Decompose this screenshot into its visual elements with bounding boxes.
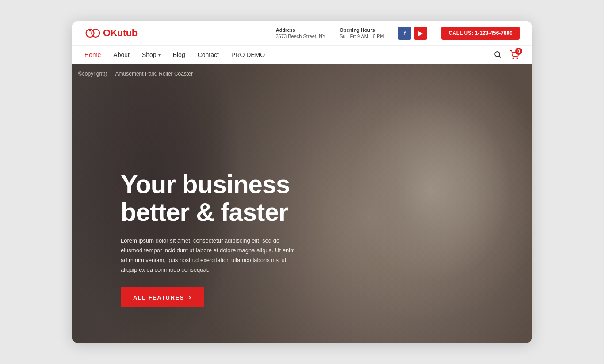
- site-header: OKutub Address 3673 Beech Street, NY Ope…: [72, 21, 532, 46]
- logo-prefix: O: [103, 27, 111, 38]
- call-button[interactable]: CALL US: 1-123-456-7890: [441, 27, 520, 40]
- nav-actions: 0: [494, 50, 520, 59]
- nav-item-blog[interactable]: Blog: [173, 51, 185, 59]
- hours-value: Su - Fr: 9 AM - 6 PM: [340, 34, 384, 39]
- search-icon: [494, 51, 502, 59]
- search-button[interactable]: [494, 51, 502, 59]
- nav-item-about[interactable]: About: [113, 51, 130, 59]
- nav-link-about[interactable]: About: [113, 51, 130, 58]
- nav-item-shop[interactable]: Shop ▾: [142, 51, 161, 58]
- hero-title-line2: better & faster: [121, 197, 288, 226]
- facebook-button[interactable]: f: [398, 27, 411, 40]
- hero-section: ©copyright() — Amusement Park, Roller Co…: [72, 64, 532, 343]
- youtube-button[interactable]: ▶: [414, 27, 427, 40]
- hero-title: Your business better & faster: [121, 171, 298, 226]
- hero-content: Your business better & faster Lorem ipsu…: [121, 171, 298, 307]
- hero-subtitle: Lorem ipsum dolor sit amet, consectetur …: [121, 236, 298, 275]
- address-label: Address: [276, 27, 326, 33]
- nav-link-blog[interactable]: Blog: [173, 51, 185, 58]
- logo-icon: [84, 27, 100, 39]
- site-nav: Home About Shop ▾ Blog Contact PRO DEMO: [72, 46, 532, 64]
- nav-link-pro-demo[interactable]: PRO DEMO: [231, 51, 265, 58]
- nav-item-pro-demo[interactable]: PRO DEMO: [231, 51, 265, 59]
- hero-caption: ©copyright() — Amusement Park, Roller Co…: [78, 71, 193, 77]
- hours-label: Opening Hours: [340, 27, 384, 33]
- cta-arrow: ›: [189, 293, 192, 301]
- logo-text: OKutub: [103, 27, 138, 39]
- social-icons: f ▶: [398, 27, 427, 40]
- svg-point-3: [92, 29, 99, 37]
- svg-line-5: [499, 56, 501, 58]
- svg-point-6: [513, 58, 514, 59]
- cta-label: ALL FEATURES: [133, 294, 184, 301]
- logo-area: OKutub: [84, 27, 138, 39]
- cart-button[interactable]: 0: [510, 50, 520, 59]
- address-value: 3673 Beech Street, NY: [276, 34, 326, 39]
- nav-links: Home About Shop ▾ Blog Contact PRO DEMO: [84, 46, 265, 64]
- nav-link-home[interactable]: Home: [84, 51, 101, 58]
- hero-title-line1: Your business: [121, 170, 290, 198]
- hours-block: Opening Hours Su - Fr: 9 AM - 6 PM: [340, 27, 384, 39]
- nav-item-contact[interactable]: Contact: [198, 51, 219, 59]
- cart-badge: 0: [515, 48, 522, 55]
- svg-point-7: [517, 58, 518, 59]
- logo-brand: Kutub: [111, 27, 138, 38]
- nav-item-home[interactable]: Home: [84, 51, 101, 59]
- address-block: Address 3673 Beech Street, NY: [276, 27, 326, 39]
- all-features-button[interactable]: ALL FEATURES ›: [121, 287, 204, 307]
- browser-window: OKutub Address 3673 Beech Street, NY Ope…: [72, 21, 532, 343]
- shop-dropdown-arrow: ▾: [158, 53, 161, 57]
- nav-link-shop[interactable]: Shop: [142, 51, 157, 58]
- nav-link-contact[interactable]: Contact: [198, 51, 219, 58]
- header-info: Address 3673 Beech Street, NY Opening Ho…: [276, 27, 520, 40]
